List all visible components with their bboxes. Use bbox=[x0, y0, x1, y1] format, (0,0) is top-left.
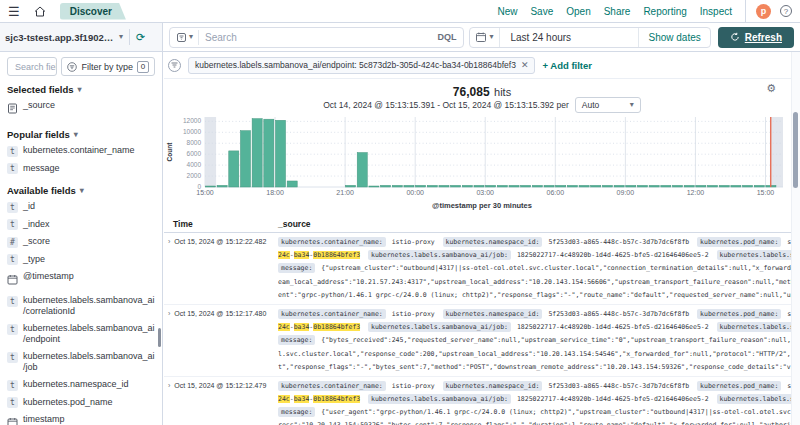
nav-link-save[interactable]: Save bbox=[530, 6, 553, 17]
breadcrumb-discover[interactable]: Discover bbox=[60, 3, 126, 20]
expand-row-icon[interactable]: › bbox=[168, 380, 170, 392]
page-scrollbar[interactable] bbox=[791, 52, 800, 425]
nav-link-open[interactable]: Open bbox=[566, 6, 590, 17]
search-input[interactable]: ▾ Search DQL bbox=[169, 27, 464, 48]
histogram-bar[interactable] bbox=[229, 151, 239, 187]
histogram-bar[interactable] bbox=[462, 185, 472, 187]
histogram-bar[interactable] bbox=[684, 185, 694, 187]
histogram-bar[interactable] bbox=[217, 185, 227, 187]
field-item[interactable]: t_id bbox=[7, 198, 155, 216]
index-pattern-select[interactable]: sjc3-tstest.app.3f1902ac... ▾ ⟳ bbox=[0, 23, 163, 51]
add-filter-button[interactable]: + Add filter bbox=[542, 60, 592, 71]
section-selected-fields[interactable]: Selected fields ▾ bbox=[7, 84, 155, 95]
avatar[interactable]: p bbox=[756, 4, 771, 19]
doc-time-cell: ›Oct 15, 2024 @ 15:12:12.479 bbox=[164, 380, 278, 425]
show-dates-button[interactable]: Show dates bbox=[638, 28, 709, 47]
home-icon[interactable] bbox=[30, 3, 50, 19]
histogram-bar[interactable] bbox=[404, 185, 414, 187]
histogram-bar[interactable] bbox=[369, 186, 379, 187]
expand-row-icon[interactable]: › bbox=[168, 236, 170, 248]
histogram-bar[interactable] bbox=[486, 185, 496, 187]
column-header-time[interactable]: Time bbox=[164, 219, 278, 229]
saved-query-menu-button[interactable]: ▾ bbox=[177, 30, 199, 45]
filter-pill[interactable]: kubernetes.labels.sambanova_ai/endpoint:… bbox=[188, 57, 535, 74]
histogram-bar[interactable] bbox=[497, 185, 507, 187]
histogram-bar[interactable] bbox=[357, 153, 367, 187]
histogram-bar[interactable] bbox=[672, 185, 682, 187]
histogram-bar[interactable] bbox=[743, 185, 753, 187]
calendar-icon bbox=[7, 271, 18, 289]
nav-link-new[interactable]: New bbox=[497, 6, 517, 17]
histogram-bar[interactable] bbox=[637, 185, 647, 187]
field-item[interactable]: tkubernetes.labels.sambanova_ai/correlat… bbox=[7, 292, 155, 320]
nav-link-inspect[interactable]: Inspect bbox=[700, 6, 732, 17]
field-item[interactable]: t_type bbox=[7, 251, 155, 269]
histogram-bar[interactable] bbox=[205, 186, 215, 187]
section-popular-fields[interactable]: Popular fields ▾ bbox=[7, 129, 155, 140]
field-item[interactable]: tkubernetes.container_name bbox=[7, 142, 155, 160]
field-item[interactable]: #_score bbox=[7, 233, 155, 251]
nav-link-reporting[interactable]: Reporting bbox=[643, 6, 686, 17]
field-item[interactable]: tkubernetes.labels.sambanova_ai/endpoint bbox=[7, 320, 155, 348]
histogram-bar[interactable] bbox=[591, 185, 601, 187]
field-item[interactable]: t_index bbox=[7, 216, 155, 234]
histogram-bar[interactable] bbox=[649, 185, 659, 187]
histogram-bar[interactable] bbox=[532, 185, 542, 187]
histogram-bar[interactable] bbox=[579, 185, 589, 187]
histogram-bar[interactable] bbox=[474, 185, 484, 187]
histogram-bar[interactable] bbox=[264, 119, 274, 187]
menu-icon[interactable]: ☰ bbox=[8, 5, 20, 18]
y-tick-label: 0 bbox=[197, 183, 201, 190]
help-icon[interactable]: ? bbox=[780, 5, 792, 17]
field-item[interactable]: @timestamp bbox=[7, 268, 155, 292]
histogram-bar[interactable] bbox=[392, 185, 402, 187]
page-scrollbar-thumb[interactable] bbox=[793, 112, 798, 188]
refresh-fields-icon[interactable]: ⟳ bbox=[136, 32, 145, 43]
histogram-bar[interactable] bbox=[696, 185, 706, 187]
query-language-button[interactable]: DQL bbox=[437, 32, 456, 42]
histogram-bar[interactable] bbox=[708, 185, 718, 187]
histogram-bar[interactable] bbox=[416, 185, 426, 187]
histogram-bar[interactable] bbox=[602, 185, 612, 187]
histogram-bar[interactable] bbox=[252, 119, 262, 187]
histogram-bar[interactable] bbox=[567, 185, 577, 187]
time-range-value[interactable]: Last 24 hours bbox=[500, 32, 638, 43]
histogram-bar[interactable] bbox=[719, 185, 729, 187]
histogram-bar[interactable] bbox=[661, 185, 671, 187]
field-item[interactable]: tkubernetes.pod_name bbox=[7, 394, 155, 412]
histogram-bar[interactable] bbox=[427, 185, 437, 187]
field-search-input[interactable]: Search fiel bbox=[7, 57, 57, 76]
histogram-bar[interactable] bbox=[287, 181, 297, 187]
refresh-button[interactable]: Refresh bbox=[718, 27, 794, 48]
histogram-bar[interactable] bbox=[544, 185, 554, 187]
histogram-bar[interactable] bbox=[451, 185, 461, 187]
chart-options-gear-icon[interactable]: ⚙ bbox=[766, 82, 776, 95]
filter-by-type-button[interactable]: Filter by type 0 bbox=[61, 57, 155, 76]
histogram-bar[interactable] bbox=[509, 185, 519, 187]
histogram-bar[interactable] bbox=[556, 185, 566, 187]
nav-link-share[interactable]: Share bbox=[604, 6, 631, 17]
field-item[interactable]: tmessage bbox=[7, 160, 155, 178]
histogram-bar[interactable] bbox=[614, 185, 624, 187]
histogram-bar[interactable] bbox=[275, 120, 285, 187]
histogram-bar[interactable] bbox=[381, 185, 391, 187]
histogram-bar[interactable] bbox=[240, 131, 250, 187]
section-available-fields[interactable]: Available fields ▾ bbox=[7, 185, 155, 196]
histogram-bar[interactable] bbox=[521, 185, 531, 187]
histogram-bar[interactable] bbox=[626, 185, 636, 187]
field-item[interactable]: _source bbox=[7, 97, 155, 121]
calendar-menu-button[interactable]: ▾ bbox=[470, 28, 500, 47]
histogram-chart[interactable]: 15:0018:0021:0000:0003:0006:0009:0012:00… bbox=[164, 114, 800, 200]
histogram-bar[interactable] bbox=[439, 185, 449, 187]
expand-row-icon[interactable]: › bbox=[168, 308, 170, 320]
histogram-bar[interactable] bbox=[754, 185, 764, 187]
histogram-bar[interactable] bbox=[346, 185, 356, 187]
remove-filter-icon[interactable]: ✕ bbox=[521, 60, 529, 70]
sidebar-scrollbar[interactable] bbox=[158, 328, 161, 347]
histogram-bar[interactable] bbox=[731, 185, 741, 187]
field-item[interactable]: tkubernetes.namespace_id bbox=[7, 376, 155, 394]
interval-select[interactable]: Auto ▾ bbox=[575, 97, 641, 113]
filter-options-icon[interactable] bbox=[168, 59, 181, 72]
field-item[interactable]: timestamp bbox=[7, 411, 155, 425]
field-item[interactable]: tkubernetes.labels.sambanova_ai/job bbox=[7, 348, 155, 376]
